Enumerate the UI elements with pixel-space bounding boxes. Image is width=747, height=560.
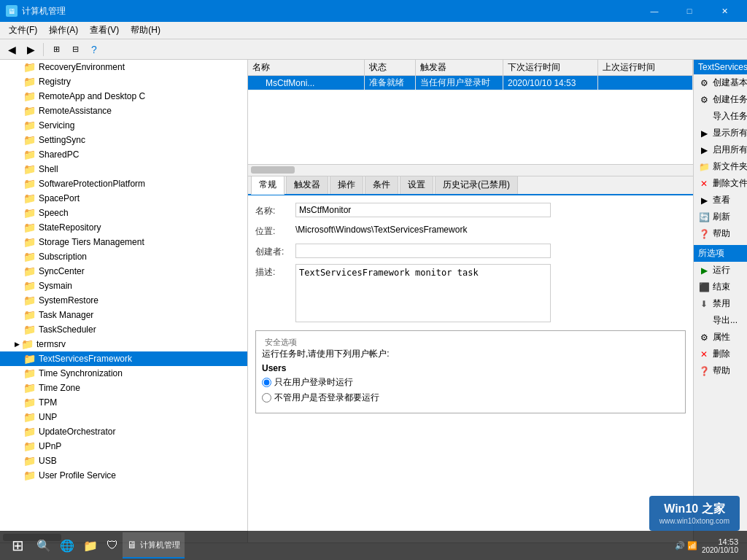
action-import[interactable]: 导入任务... (694, 108, 747, 125)
action-stop-label: 结束 (713, 281, 730, 293)
tree-item[interactable]: 📁TaskScheduler (0, 322, 247, 337)
taskbar-app[interactable]: 🖥 计算机管理 (123, 532, 185, 559)
tree-item[interactable]: 📁StateRepository (0, 220, 247, 235)
tree-item[interactable]: 📁Shell (0, 162, 247, 176)
tree-item[interactable]: 📁Speech (0, 206, 247, 220)
action-help-2[interactable]: ❓ 帮助 (694, 362, 747, 379)
radio-always[interactable] (262, 393, 271, 402)
tree-item[interactable]: 📁TextServicesFramework (0, 351, 247, 366)
tree-item[interactable]: 📁UpdateOrchestrator (0, 424, 247, 439)
action-enable-history[interactable]: ▶ 启用所有任务历史记录 (694, 141, 747, 158)
action-show-running[interactable]: ▶ 显示所有正在运行的任务 (694, 125, 747, 141)
tree-item[interactable]: 📁Sysmain (0, 279, 247, 293)
table-horizontal-scrollbar[interactable] (248, 164, 693, 176)
tree-item[interactable]: 📁UNP (0, 410, 247, 424)
tab-settings[interactable]: 设置 (400, 176, 433, 194)
disable-icon: ⬇ (698, 298, 710, 310)
action-view[interactable]: ▶ 查看 ▶ (694, 192, 747, 209)
tree-item[interactable]: 📁Registry (0, 74, 247, 89)
action-stop[interactable]: ⬛ 结束 (694, 279, 747, 295)
action-help-1[interactable]: ❓ 帮助 (694, 225, 747, 242)
show-hide-button[interactable]: ⊞ (47, 42, 65, 58)
tree-item[interactable]: 📁SoftwareProtectionPlatform (0, 176, 247, 191)
tree-item[interactable]: 📁RemoteApp and Desktop C (0, 89, 247, 104)
taskbar-security[interactable]: 🛡 (102, 532, 123, 559)
tabs-bar: 常规 触发器 操作 条件 设置 历史记录(已禁用) (248, 176, 693, 195)
action-disable[interactable]: ⬇ 禁用 (694, 295, 747, 312)
col-trigger[interactable]: 触发器 (416, 60, 503, 75)
col-status[interactable]: 状态 (365, 60, 416, 75)
center-panel: 名称 状态 触发器 下次运行时间 上次运行时间 MsCtfMoni... 准备就… (248, 60, 694, 542)
new-folder-icon: 📁 (698, 161, 710, 173)
tree-item[interactable]: 📁USB (0, 454, 247, 468)
tree-item[interactable]: 📁UPnP (0, 439, 247, 454)
desc-textarea[interactable] (295, 264, 551, 322)
close-button[interactable]: ✕ (708, 0, 741, 22)
back-button[interactable]: ◀ (3, 42, 20, 58)
expand-button[interactable]: ⊟ (66, 42, 84, 58)
tree-item[interactable]: 📁RemoteAssistance (0, 104, 247, 118)
tree-item[interactable]: 📁SettingSync (0, 133, 247, 147)
taskbar-edge[interactable]: 🌐 (55, 532, 79, 559)
menu-file[interactable]: 文件(F) (3, 22, 43, 39)
tab-history[interactable]: 历史记录(已禁用) (435, 176, 518, 194)
name-input[interactable] (295, 203, 551, 217)
tree-item[interactable]: 📁SpacePort (0, 191, 247, 206)
radio-login-label: 只在用户登录时运行 (274, 376, 353, 389)
author-value (295, 244, 686, 258)
action-export[interactable]: 导出... (694, 312, 747, 329)
minimize-button[interactable]: — (638, 0, 671, 22)
right-section-title-2: 所选项 (698, 247, 724, 260)
tree-item[interactable]: 📁User Profile Service (0, 468, 247, 483)
col-next-run[interactable]: 下次运行时间 (503, 60, 598, 75)
tree-content[interactable]: 📁RecoveryEnvironment📁Registry📁RemoteApp … (0, 60, 247, 531)
action-refresh[interactable]: 🔄 刷新 (694, 209, 747, 225)
taskbar-explorer[interactable]: 📁 (79, 532, 102, 559)
tree-item[interactable]: 📁SharedPC (0, 147, 247, 162)
tree-item[interactable]: 📁Storage Tiers Management (0, 235, 247, 249)
cell-status: 准备就绪 (365, 76, 416, 90)
taskbar-search[interactable]: 🔍 (32, 532, 55, 559)
maximize-button[interactable]: □ (673, 0, 706, 22)
help-button[interactable]: ? (85, 42, 103, 58)
name-value (295, 203, 686, 217)
stop-icon: ⬛ (698, 281, 710, 293)
app-icon: 🖥 (6, 5, 18, 17)
tree-item[interactable]: 📁SyncCenter (0, 264, 247, 279)
tree-item[interactable]: 📁Time Zone (0, 381, 247, 395)
tree-item[interactable]: 📁RecoveryEnvironment (0, 60, 247, 74)
radio-row-1: 只在用户登录时运行 (262, 376, 679, 389)
tree-item[interactable]: 📁TPM (0, 395, 247, 410)
tab-triggers[interactable]: 触发器 (286, 176, 328, 194)
tree-item[interactable]: 📁Servicing (0, 118, 247, 133)
menu-view[interactable]: 查看(V) (84, 22, 125, 39)
action-create-basic[interactable]: ⚙ 创建基本任务... (694, 74, 747, 91)
action-enable-history-label: 启用所有任务历史记录 (713, 144, 747, 156)
tree-item[interactable]: ▶📁termsrv (0, 337, 247, 351)
right-section-header-1: TextServicesFramework ▲ (694, 60, 747, 74)
action-new-folder[interactable]: 📁 新文件夹... (694, 158, 747, 175)
radio-login[interactable] (262, 378, 271, 387)
forward-button[interactable]: ▶ (22, 42, 39, 58)
menu-action[interactable]: 操作(A) (43, 22, 84, 39)
tree-item[interactable]: 📁SystemRestore (0, 293, 247, 308)
author-input[interactable] (295, 244, 551, 258)
tab-actions[interactable]: 操作 (330, 176, 363, 194)
col-last-run[interactable]: 上次运行时间 (598, 60, 693, 75)
table-header: 名称 状态 触发器 下次运行时间 上次运行时间 (248, 60, 693, 76)
detail-content: 名称: 位置: \Microsoft\Windows\TextServicesF… (248, 195, 693, 542)
action-run[interactable]: ▶ 运行 (694, 262, 747, 279)
tab-conditions[interactable]: 条件 (365, 176, 398, 194)
action-create-task[interactable]: ⚙ 创建任务... (694, 91, 747, 108)
tree-item[interactable]: 📁Subscription (0, 249, 247, 264)
tab-general[interactable]: 常规 (251, 176, 285, 195)
start-button[interactable]: ⊞ (3, 532, 32, 559)
action-delete-folder[interactable]: ✕ 删除文件夹 (694, 175, 747, 192)
col-name[interactable]: 名称 (248, 60, 365, 75)
menu-help[interactable]: 帮助(H) (125, 22, 166, 39)
table-row[interactable]: MsCtfMoni... 准备就绪 当任何用户登录时 2020/10/10 14… (248, 76, 693, 90)
action-delete[interactable]: ✕ 删除 (694, 346, 747, 362)
action-properties[interactable]: ⚙ 属性 (694, 329, 747, 346)
tree-item[interactable]: 📁Task Manager (0, 308, 247, 322)
tree-item[interactable]: 📁Time Synchronization (0, 366, 247, 381)
